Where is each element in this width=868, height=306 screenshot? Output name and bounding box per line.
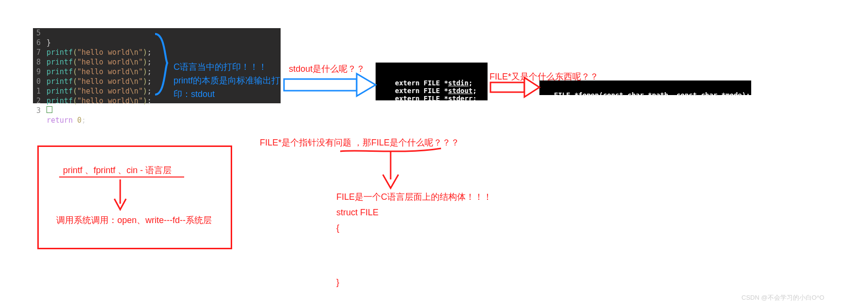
annot-stdout-question: stdout是什么呢？？ — [289, 62, 365, 76]
extern-block: extern FILE *stdin; extern FILE *stdout;… — [376, 63, 488, 100]
language-layer-box — [37, 145, 232, 249]
annot-c-printf: C语言当中的打印！！！ printf的本质是向标准输出打 印：stdout — [174, 60, 285, 101]
annot-file-pointer-question: FILE*是个指针没有问题 ，那FILE是个什么呢？？？ — [260, 136, 459, 149]
fopen-block: FILE *fopen(const char *path, const char… — [539, 81, 751, 95]
line-gutter: 5 6 7 8 9 0 1 2 3 — [33, 28, 42, 103]
left-box-line2: 调用系统调用：open、write---fd--系统层 — [56, 213, 212, 227]
svg-rect-0 — [284, 79, 357, 91]
annot-struct-text: FILE是一个C语言层面上的结构体！！！ struct FILE { } — [336, 189, 492, 290]
svg-rect-1 — [490, 82, 524, 92]
watermark: CSDN @不会学习的小白O^O — [742, 293, 824, 302]
left-box-line1: printf 、fprintf 、cin - 语言层 — [63, 163, 172, 177]
